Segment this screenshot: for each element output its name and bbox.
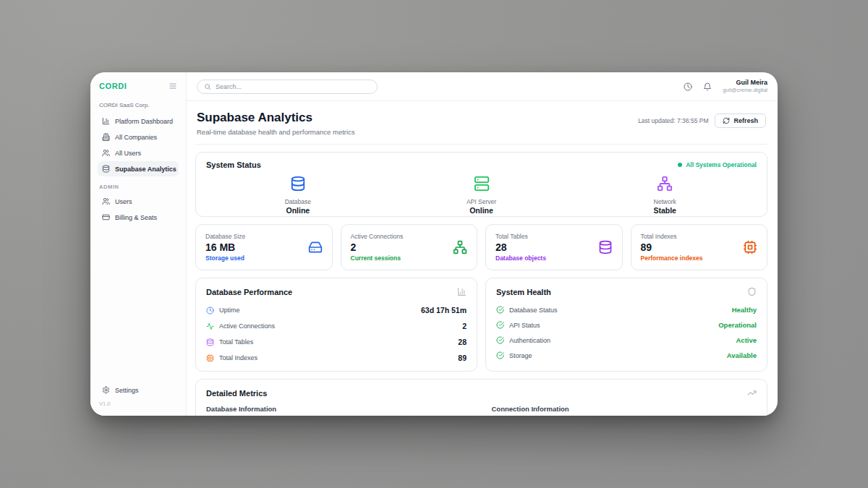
column-title: Database Information bbox=[206, 405, 472, 413]
row-label: Uptime bbox=[219, 307, 240, 314]
search-input[interactable] bbox=[216, 83, 370, 90]
sidebar: CORDI CORDI SaaS Corp. Platform Dashboar… bbox=[90, 72, 187, 416]
metric-card-active-connections: Active Connections 2 Current sessions bbox=[341, 224, 478, 270]
panel-title: Database Performance bbox=[206, 288, 292, 296]
trending-up-icon bbox=[747, 388, 757, 398]
row-label: Active Connections bbox=[219, 322, 275, 330]
metric-value: 2 bbox=[351, 241, 404, 253]
status-value: Stable bbox=[573, 206, 757, 215]
row-label: Storage bbox=[509, 352, 532, 359]
sidebar-item-users[interactable]: Users bbox=[98, 194, 179, 209]
brand-logo: CORDI bbox=[99, 82, 127, 90]
system-status-card: System Status All Systems Operational Da… bbox=[195, 152, 767, 217]
database-icon bbox=[290, 176, 306, 192]
metric-card-total-indexes: Total Indexes 89 Performance indexes bbox=[631, 224, 768, 270]
users-icon bbox=[102, 149, 110, 157]
bell-icon[interactable] bbox=[703, 82, 712, 91]
refresh-icon bbox=[723, 117, 730, 124]
row-value: 63d 17h 51m bbox=[421, 306, 467, 314]
topbar: Guil Meira guil@creme.digital bbox=[187, 72, 778, 101]
sidebar-item-label: All Companies bbox=[115, 134, 157, 141]
check-circle-icon bbox=[496, 351, 504, 359]
search-icon bbox=[204, 83, 211, 90]
refresh-button[interactable]: Refresh bbox=[715, 114, 766, 128]
metric-label: Database Size bbox=[205, 233, 245, 240]
metric-sublabel: Performance indexes bbox=[641, 254, 703, 262]
health-row-api-status: API Status Operational bbox=[496, 317, 757, 333]
row-value: Active bbox=[736, 336, 757, 344]
row-label: API Status bbox=[509, 322, 540, 329]
refresh-label: Refresh bbox=[733, 117, 758, 124]
bar-chart-icon bbox=[102, 117, 110, 125]
metric-card-total-tables: Total Tables 28 Database objects bbox=[485, 224, 623, 270]
last-updated: Last updated: 7:36:55 PM bbox=[638, 117, 708, 124]
users-icon bbox=[102, 197, 110, 205]
status-label: API Server bbox=[390, 198, 574, 205]
sidebar-item-all-users[interactable]: All Users bbox=[98, 145, 179, 160]
status-label: Network bbox=[573, 198, 757, 205]
user-menu[interactable]: Guil Meira guil@creme.digital bbox=[723, 79, 767, 94]
clock-icon[interactable] bbox=[684, 82, 692, 91]
health-row-storage: Storage Available bbox=[496, 348, 757, 363]
sidebar-item-all-companies[interactable]: All Companies bbox=[98, 129, 179, 145]
status-value: Online bbox=[390, 206, 574, 215]
hard-drive-icon bbox=[308, 240, 323, 254]
cpu-icon bbox=[743, 240, 757, 254]
cpu-icon bbox=[206, 354, 214, 362]
main-area: Guil Meira guil@creme.digital Supabase A… bbox=[187, 72, 778, 416]
credit-card-icon bbox=[102, 213, 110, 221]
page-header: Supabase Analytics Real-time database he… bbox=[195, 108, 767, 145]
check-circle-icon bbox=[496, 336, 504, 344]
row-label: Authentication bbox=[509, 337, 550, 344]
sidebar-item-supabase-analytics[interactable]: Supabase Analytics bbox=[98, 161, 179, 176]
search-box[interactable] bbox=[197, 80, 378, 94]
metric-cards-row: Database Size 16 MB Storage used Active … bbox=[195, 224, 767, 270]
sidebar-item-label: Billing & Seats bbox=[115, 214, 157, 221]
sidebar-item-label: Settings bbox=[115, 387, 139, 394]
check-circle-icon bbox=[496, 321, 504, 329]
row-label: Total Indexes bbox=[219, 354, 258, 361]
sidebar-item-label: Supabase Analytics bbox=[115, 166, 176, 173]
menu-icon[interactable] bbox=[169, 82, 177, 90]
page-title: Supabase Analytics bbox=[197, 111, 355, 125]
database-icon bbox=[206, 338, 214, 346]
metric-label: Active Connections bbox=[351, 233, 404, 240]
network-icon bbox=[657, 176, 673, 192]
status-badge-label: All Systems Operational bbox=[686, 161, 757, 168]
row-value: 2 bbox=[462, 322, 467, 330]
sidebar-item-settings[interactable]: Settings bbox=[98, 382, 179, 398]
database-icon bbox=[102, 165, 110, 173]
metric-value: 89 bbox=[641, 241, 703, 253]
server-icon bbox=[474, 176, 490, 192]
status-item-network: Network Stable bbox=[573, 176, 757, 215]
building-icon bbox=[102, 133, 110, 141]
system-status-title: System Status bbox=[206, 160, 261, 169]
check-circle-icon bbox=[496, 306, 504, 314]
row-label: Database Status bbox=[509, 307, 558, 314]
performance-row-uptime: Uptime 63d 17h 51m bbox=[206, 302, 467, 318]
database-icon bbox=[598, 240, 613, 254]
performance-row-active-connections: Active Connections 2 bbox=[206, 318, 467, 334]
sidebar-item-label: Users bbox=[115, 198, 132, 205]
health-row-database-status: Database Status Healthy bbox=[496, 302, 757, 317]
row-value: 28 bbox=[458, 338, 467, 346]
metric-sublabel: Current sessions bbox=[351, 254, 404, 262]
bar-chart-icon bbox=[457, 287, 467, 296]
page-subtitle: Real-time database health and performanc… bbox=[197, 128, 355, 136]
app-window: CORDI CORDI SaaS Corp. Platform Dashboar… bbox=[90, 72, 778, 416]
shield-icon bbox=[747, 287, 757, 296]
sidebar-item-platform-dashboard[interactable]: Platform Dashboard bbox=[98, 114, 179, 129]
system-health-panel: System Health Database Status Healthy bbox=[485, 278, 767, 372]
org-label: CORDI SaaS Corp. bbox=[99, 102, 177, 108]
metric-sublabel: Database objects bbox=[495, 254, 546, 262]
status-label: Database bbox=[206, 198, 390, 205]
row-label: Total Tables bbox=[219, 338, 253, 346]
admin-section-label: ADMIN bbox=[99, 184, 177, 190]
sidebar-item-label: Platform Dashboard bbox=[115, 118, 173, 125]
sidebar-nav: Platform Dashboard All Companies All Use… bbox=[98, 114, 179, 226]
sidebar-item-billing-seats[interactable]: Billing & Seats bbox=[98, 210, 179, 225]
status-dot-icon bbox=[678, 163, 682, 167]
database-information-column: Database Information Database Size: 16 M… bbox=[206, 405, 472, 416]
metric-label: Total Indexes bbox=[641, 233, 703, 240]
user-email: guil@creme.digital bbox=[723, 87, 767, 93]
